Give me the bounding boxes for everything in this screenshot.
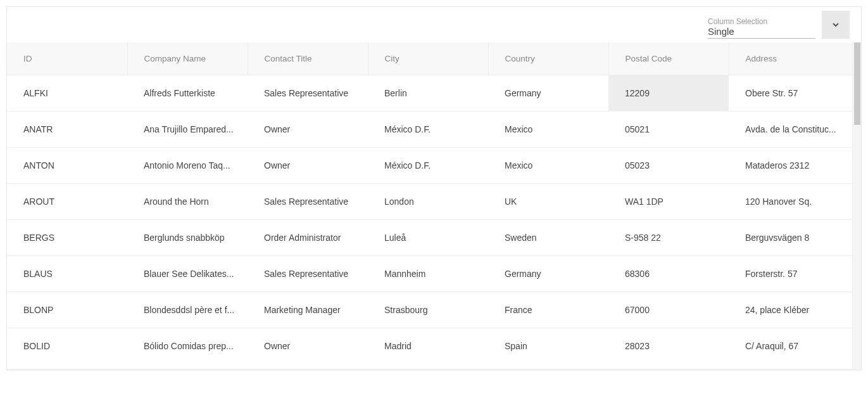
cell-country[interactable]: Spain <box>488 328 608 369</box>
dropdown-toggle-button[interactable] <box>822 11 850 39</box>
cell-country[interactable]: Germany <box>488 256 608 292</box>
cell-id[interactable]: BLAUS <box>7 256 127 292</box>
data-table: ID Company Name Contact Title City Count… <box>7 42 852 369</box>
cell-address[interactable]: Forsterstr. 57 <box>729 256 852 292</box>
cell-id[interactable]: ANTON <box>7 148 127 184</box>
cell-title[interactable]: Owner <box>248 148 368 184</box>
cell-title[interactable]: Owner <box>248 328 368 369</box>
table-row: ANTONAntonio Moreno Taq...OwnerMéxico D.… <box>7 148 852 184</box>
cell-country[interactable]: Mexico <box>488 148 608 184</box>
cell-address[interactable]: 120 Hanover Sq. <box>729 184 852 220</box>
cell-company[interactable]: Berglunds snabbköp <box>127 220 248 256</box>
table-row: BLONPBlondesddsl père et f...Marketing M… <box>7 292 852 328</box>
table-row: BERGSBerglunds snabbköpOrder Administrat… <box>7 220 852 256</box>
cell-country[interactable]: Germany <box>488 75 608 112</box>
cell-title[interactable]: Sales Representative <box>248 184 368 220</box>
cell-city[interactable]: México D.F. <box>368 148 488 184</box>
table-row: BOLIDBólido Comidas prep...OwnerMadridSp… <box>7 328 852 369</box>
cell-postal[interactable]: 28023 <box>608 328 729 369</box>
cell-city[interactable]: Strasbourg <box>368 292 488 328</box>
table-row: ALFKIAlfreds FutterkisteSales Representa… <box>7 75 852 112</box>
cell-title[interactable]: Sales Representative <box>248 75 368 112</box>
column-header-address[interactable]: Address <box>729 42 852 75</box>
cell-address[interactable]: Avda. de la Constituc... <box>729 112 852 148</box>
cell-address[interactable]: Obere Str. 57 <box>729 75 852 112</box>
cell-id[interactable]: ANATR <box>7 112 127 148</box>
cell-country[interactable]: France <box>488 292 608 328</box>
header-row: ID Company Name Contact Title City Count… <box>7 42 852 75</box>
column-header-contact-title[interactable]: Contact Title <box>248 42 368 75</box>
table-row: AROUTAround the HornSales Representative… <box>7 184 852 220</box>
cell-title[interactable]: Order Administrator <box>248 220 368 256</box>
cell-city[interactable]: Berlin <box>368 75 488 112</box>
cell-company[interactable]: Bólido Comidas prep... <box>127 328 248 369</box>
cell-id[interactable]: BOLID <box>7 328 127 369</box>
cell-title[interactable]: Marketing Manager <box>248 292 368 328</box>
cell-address[interactable]: C/ Araquil, 67 <box>729 328 852 369</box>
cell-company[interactable]: Ana Trujillo Empared... <box>127 112 248 148</box>
cell-city[interactable]: London <box>368 184 488 220</box>
cell-company[interactable]: Antonio Moreno Taq... <box>127 148 248 184</box>
cell-country[interactable]: Mexico <box>488 112 608 148</box>
cell-id[interactable]: AROUT <box>7 184 127 220</box>
cell-city[interactable]: Mannheim <box>368 256 488 292</box>
cell-company[interactable]: Blondesddsl père et f... <box>127 292 248 328</box>
cell-address[interactable]: Berguvsvägen 8 <box>729 220 852 256</box>
cell-city[interactable]: Luleå <box>368 220 488 256</box>
select-value: Single <box>708 26 815 37</box>
cell-postal[interactable]: 68306 <box>608 256 729 292</box>
select-label: Column Selection <box>708 17 815 26</box>
cell-id[interactable]: BLONP <box>7 292 127 328</box>
cell-title[interactable]: Sales Representative <box>248 256 368 292</box>
cell-city[interactable]: México D.F. <box>368 112 488 148</box>
cell-country[interactable]: Sweden <box>488 220 608 256</box>
cell-postal[interactable]: 12209 <box>608 75 729 112</box>
table-row: ANATRAna Trujillo Empared...OwnerMéxico … <box>7 112 852 148</box>
cell-title[interactable]: Owner <box>248 112 368 148</box>
vertical-scrollbar[interactable] <box>852 42 861 369</box>
chevron-down-icon <box>832 21 840 29</box>
cell-id[interactable]: BERGS <box>7 220 127 256</box>
cell-city[interactable]: Madrid <box>368 328 488 369</box>
cell-address[interactable]: 24, place Kléber <box>729 292 852 328</box>
cell-company[interactable]: Alfreds Futterkiste <box>127 75 248 112</box>
cell-id[interactable]: ALFKI <box>7 75 127 112</box>
cell-postal[interactable]: S-958 22 <box>608 220 729 256</box>
cell-company[interactable]: Blauer See Delikates... <box>127 256 248 292</box>
column-header-country[interactable]: Country <box>488 42 608 75</box>
cell-address[interactable]: Mataderos 2312 <box>729 148 852 184</box>
cell-postal[interactable]: 05023 <box>608 148 729 184</box>
cell-country[interactable]: UK <box>488 184 608 220</box>
cell-postal[interactable]: 67000 <box>608 292 729 328</box>
column-header-id[interactable]: ID <box>7 42 127 75</box>
cell-company[interactable]: Around the Horn <box>127 184 248 220</box>
cell-postal[interactable]: WA1 1DP <box>608 184 729 220</box>
column-header-company[interactable]: Company Name <box>127 42 248 75</box>
column-header-city[interactable]: City <box>368 42 488 75</box>
toolbar: Column Selection Single <box>7 7 861 42</box>
scroll-thumb[interactable] <box>854 42 860 125</box>
column-selection-select[interactable]: Column Selection Single <box>708 17 815 39</box>
table-row: BLAUSBlauer See Delikates...Sales Repres… <box>7 256 852 292</box>
data-grid: Column Selection Single ID Company Name … <box>6 6 862 370</box>
cell-postal[interactable]: 05021 <box>608 112 729 148</box>
column-header-postal[interactable]: Postal Code <box>608 42 729 75</box>
